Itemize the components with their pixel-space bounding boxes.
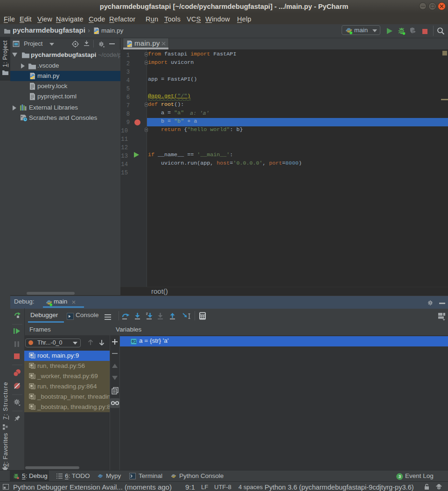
svg-text:3: 3 — [399, 474, 401, 479]
